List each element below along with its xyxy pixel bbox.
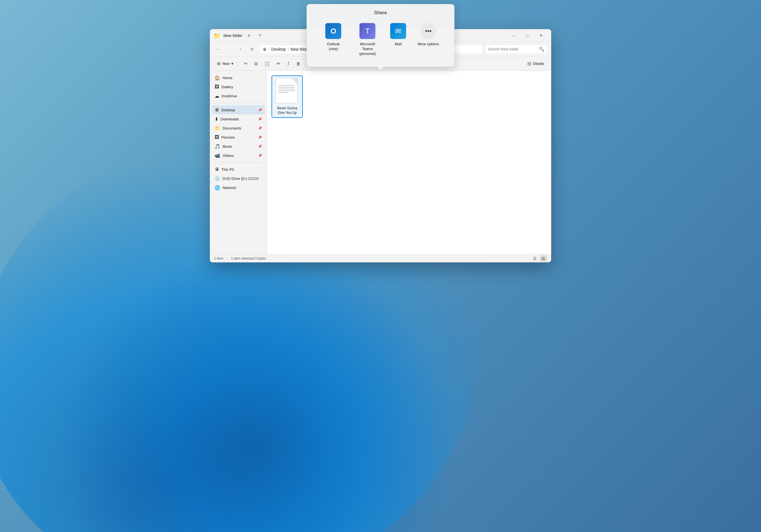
list-view-button[interactable]: ☰ bbox=[531, 255, 539, 262]
sidebar-item-pictures[interactable]: 🖼 Pictures 📌 bbox=[212, 133, 265, 142]
sidebar-item-onedrive[interactable]: ☁ OneDrive bbox=[212, 91, 265, 100]
gallery-icon: 🖼 bbox=[214, 84, 219, 89]
status-bar: 1 item | 1 item selected 0 bytes ☰ ⊞ bbox=[210, 254, 551, 262]
share-app-teams[interactable]: T Microsoft Teams (personal) bbox=[354, 21, 381, 59]
sidebar-item-dvd-drive[interactable]: 💿 DVD Drive (D:) CCCC bbox=[212, 174, 265, 183]
rename-icon: ✏ bbox=[277, 61, 280, 66]
sidebar-item-downloads-label: Downloads bbox=[220, 117, 239, 121]
maximize-button[interactable]: □ bbox=[521, 31, 534, 40]
sidebar-item-gallery-label: Gallery bbox=[221, 85, 233, 89]
status-separator: | bbox=[227, 257, 228, 261]
item-count: 1 item bbox=[214, 257, 223, 261]
search-input[interactable] bbox=[488, 47, 537, 51]
share-app-label-more-options: More options bbox=[418, 42, 439, 47]
search-box[interactable]: 🔍 bbox=[485, 44, 548, 54]
search-icon: 🔍 bbox=[539, 46, 545, 52]
tab-close-button[interactable]: ✕ bbox=[245, 32, 253, 39]
minimize-button[interactable]: ─ bbox=[507, 31, 520, 40]
copy-icon: ⧉ bbox=[255, 61, 258, 66]
file-area[interactable]: Never Gonna Give You Up bbox=[267, 71, 551, 254]
refresh-button[interactable]: ↻ bbox=[248, 45, 257, 54]
file-doc-line-5 bbox=[278, 92, 288, 93]
sidebar-item-desktop-label: Desktop bbox=[221, 108, 235, 112]
this-pc-icon: 🖥 bbox=[214, 167, 219, 172]
sidebar-item-documents-label: Documents bbox=[222, 126, 241, 130]
share-app-label-outlook: Outlook (new) bbox=[322, 42, 345, 51]
computer-icon: 🖥 bbox=[263, 47, 267, 51]
sidebar-item-home[interactable]: 🏠 Home bbox=[212, 73, 265, 82]
tab-add-button[interactable]: + bbox=[256, 31, 264, 40]
toolbar-separator-2 bbox=[306, 61, 306, 67]
sidebar-item-music-label: Music bbox=[222, 144, 232, 148]
home-icon: 🏠 bbox=[214, 75, 220, 81]
share-icon: ⤴ bbox=[287, 61, 289, 66]
pictures-pin-icon: 📌 bbox=[258, 136, 262, 139]
sidebar-item-dvd-label: DVD Drive (D:) CCCC bbox=[222, 176, 259, 181]
file-doc-line-3 bbox=[278, 89, 295, 89]
documents-icon: 📁 bbox=[214, 126, 220, 131]
status-right: ☰ ⊞ bbox=[531, 255, 547, 262]
sidebar-item-videos-label: Videos bbox=[222, 153, 234, 158]
file-item-never-gonna[interactable]: Never Gonna Give You Up bbox=[271, 76, 303, 118]
sidebar-item-documents[interactable]: 📁 Documents 📌 bbox=[212, 124, 265, 133]
share-title: Share bbox=[315, 10, 446, 16]
delete-icon: 🗑 bbox=[296, 61, 301, 66]
sidebar: 🏠 Home 🖼 Gallery ☁ OneDrive 🖥 Desktop 📌 … bbox=[210, 71, 267, 254]
close-button[interactable]: ✕ bbox=[535, 31, 548, 40]
sidebar-item-downloads[interactable]: ⬇ Downloads 📌 bbox=[212, 114, 265, 124]
rename-button[interactable]: ✏ bbox=[274, 59, 283, 69]
share-app-more-options[interactable]: ••• More options bbox=[415, 21, 441, 59]
new-icon: ⊕ bbox=[217, 61, 220, 66]
sidebar-item-this-pc-label: This PC bbox=[221, 167, 235, 172]
share-app-label-mail: Mail bbox=[395, 42, 402, 47]
music-pin-icon: 📌 bbox=[258, 145, 262, 148]
downloads-pin-icon: 📌 bbox=[258, 117, 262, 121]
file-doc-line-1 bbox=[278, 86, 295, 86]
mail-icon: ✉ bbox=[390, 23, 406, 39]
delete-button[interactable]: 🗑 bbox=[293, 59, 303, 69]
sidebar-item-this-pc[interactable]: 🖥 This PC bbox=[212, 165, 265, 174]
selection-info: 1 item selected 0 bytes bbox=[231, 257, 266, 261]
details-label: Details bbox=[533, 61, 544, 66]
content-area: 🏠 Home 🖼 Gallery ☁ OneDrive 🖥 Desktop 📌 … bbox=[210, 71, 551, 254]
path-separator-1: › bbox=[268, 47, 269, 51]
sidebar-item-network-label: Network bbox=[222, 186, 236, 190]
up-button[interactable]: ↑ bbox=[236, 45, 245, 54]
file-doc-line-2 bbox=[278, 87, 295, 88]
network-icon: 🌐 bbox=[214, 185, 220, 191]
sidebar-item-music[interactable]: 🎵 Music 📌 bbox=[212, 142, 265, 151]
new-button[interactable]: ⊕ New ▾ bbox=[214, 59, 236, 69]
sidebar-item-network[interactable]: 🌐 Network bbox=[212, 183, 265, 192]
share-app-outlook[interactable]: O Outlook (new) bbox=[320, 21, 347, 59]
sidebar-item-videos[interactable]: 📹 Videos 📌 bbox=[212, 151, 265, 160]
share-app-mail[interactable]: ✉ Mail bbox=[388, 21, 408, 59]
outlook-icon: O bbox=[325, 23, 341, 39]
share-app-label-teams: Microsoft Teams (personal) bbox=[356, 42, 379, 56]
path-desktop: Desktop bbox=[271, 47, 286, 51]
copy-button[interactable]: ⧉ bbox=[252, 59, 261, 69]
path-separator-2: › bbox=[288, 47, 289, 51]
more-options-icon: ••• bbox=[420, 23, 436, 39]
window-title: New folder bbox=[223, 33, 243, 38]
forward-button[interactable]: → bbox=[225, 45, 234, 54]
sidebar-item-gallery[interactable]: 🖼 Gallery bbox=[212, 82, 265, 91]
toolbar-right: ⊟ Details bbox=[524, 59, 547, 69]
paste-button[interactable]: 📋 bbox=[262, 59, 273, 69]
file-icon-container bbox=[276, 78, 299, 104]
back-button[interactable]: ← bbox=[213, 45, 222, 54]
sidebar-item-desktop[interactable]: 🖥 Desktop 📌 bbox=[212, 105, 265, 114]
desktop-icon: 🖥 bbox=[214, 107, 219, 112]
details-button[interactable]: ⊟ Details bbox=[524, 59, 547, 69]
share-button[interactable]: ⤴ bbox=[284, 59, 292, 69]
list-view-icon: ☰ bbox=[533, 256, 537, 261]
cut-icon: ✂ bbox=[244, 61, 248, 66]
cut-button[interactable]: ✂ bbox=[241, 59, 251, 69]
window-folder-icon: 📁 bbox=[213, 32, 220, 39]
grid-view-button[interactable]: ⊞ bbox=[540, 255, 547, 262]
paste-icon: 📋 bbox=[264, 61, 270, 66]
file-doc-line-4 bbox=[278, 90, 295, 91]
file-name: Never Gonna Give You Up bbox=[274, 106, 300, 115]
music-icon: 🎵 bbox=[214, 144, 220, 149]
onedrive-icon: ☁ bbox=[214, 93, 219, 99]
file-doc-fold bbox=[292, 79, 297, 84]
